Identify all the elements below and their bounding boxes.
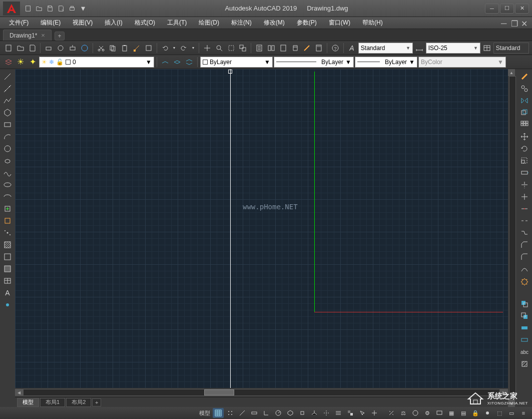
print-icon[interactable] [67, 4, 77, 14]
draworder-under-icon[interactable] [518, 334, 530, 345]
draworder-above-icon[interactable] [518, 322, 530, 333]
menu-format[interactable]: 格式(O) [129, 18, 161, 29]
color-dropdown[interactable]: ByLayer ▼ [200, 57, 273, 68]
menu-edit[interactable]: 编辑(E) [35, 18, 67, 29]
match-prop-icon[interactable] [131, 43, 142, 54]
qat-more-icon[interactable]: ▾ [78, 4, 88, 14]
add-selected-icon[interactable] [2, 299, 14, 310]
h-scroll-thumb[interactable] [204, 389, 234, 395]
save-file-icon[interactable] [27, 43, 38, 54]
trim-icon[interactable] [518, 179, 530, 190]
ellipse-arc-icon[interactable] [2, 191, 14, 202]
point-icon[interactable] [2, 227, 14, 238]
hatch-back-icon[interactable] [518, 358, 530, 369]
linetype-dropdown[interactable]: ByLayer ▼ [274, 57, 354, 68]
ellipse-icon[interactable] [2, 179, 14, 190]
plotstyle-dropdown[interactable]: ByColor ▼ [418, 57, 506, 68]
menu-window[interactable]: 窗口(W) [323, 18, 356, 29]
status-isolate-icon[interactable] [482, 408, 493, 418]
status-quickprops-icon[interactable]: ▤ [458, 408, 469, 418]
scale-icon[interactable] [518, 155, 530, 166]
zoom-window-icon[interactable] [226, 43, 237, 54]
layout-tab-1[interactable]: 布局1 [40, 398, 65, 407]
menu-help[interactable]: 帮助(H) [356, 18, 389, 29]
status-units-icon[interactable]: ▦ [446, 408, 457, 418]
blend-icon[interactable] [518, 263, 530, 274]
layer-state-icon[interactable] [184, 57, 195, 68]
status-transparency-icon[interactable] [345, 408, 356, 418]
close-button[interactable]: ✕ [515, 4, 529, 14]
status-autoscale-icon[interactable] [410, 408, 421, 418]
plot-preview-icon[interactable] [55, 43, 66, 54]
status-hardware-icon[interactable]: ⬚ [494, 408, 505, 418]
circle-icon[interactable] [2, 143, 14, 154]
status-3dosnap-icon[interactable] [309, 408, 320, 418]
status-monitor-icon[interactable] [434, 408, 445, 418]
new-icon[interactable] [23, 4, 33, 14]
new-file-tab[interactable]: + [55, 32, 65, 41]
layer-previous-icon[interactable] [172, 57, 183, 68]
status-polar-icon[interactable] [273, 408, 284, 418]
layout-add-button[interactable]: + [92, 398, 101, 406]
h-scrollbar[interactable]: ◀ ▶ [15, 388, 508, 397]
layer-states-icon[interactable]: ☀ [15, 57, 26, 68]
menu-view[interactable]: 视图(V) [67, 18, 99, 29]
menu-draw[interactable]: 绘图(D) [193, 18, 225, 29]
paste-icon[interactable] [119, 43, 130, 54]
lineweight-dropdown[interactable]: ByLayer ▼ [355, 57, 417, 68]
status-customize-icon[interactable]: ≡ [518, 408, 529, 418]
status-osnap-icon[interactable] [297, 408, 308, 418]
status-workspace-icon[interactable]: ⚙ [422, 408, 433, 418]
saveas-icon[interactable] [56, 4, 66, 14]
doc-minimize-icon[interactable]: ─ [501, 19, 509, 27]
offset-icon[interactable] [518, 107, 530, 118]
layer-isolate-icon[interactable]: ✦ [27, 57, 38, 68]
undo-dropdown-icon[interactable]: ▾ [172, 43, 178, 54]
design-center-icon[interactable] [266, 43, 277, 54]
scroll-up-icon[interactable]: ▲ [508, 69, 515, 76]
block-editor-icon[interactable] [143, 43, 154, 54]
chamfer-icon[interactable] [518, 239, 530, 250]
text-style-dropdown[interactable]: Standard▼ [358, 43, 413, 54]
text-front-icon[interactable]: abc [518, 346, 530, 357]
revision-cloud-icon[interactable] [2, 155, 14, 166]
redo-dropdown-icon[interactable]: ▾ [190, 43, 196, 54]
text-style-icon[interactable]: A [346, 43, 357, 54]
layer-properties-icon[interactable] [3, 57, 14, 68]
file-tab-active[interactable]: Drawing1* × [3, 30, 52, 41]
menu-insert[interactable]: 插入(I) [99, 18, 128, 29]
hatch-icon[interactable] [2, 239, 14, 250]
layer-match-icon[interactable] [160, 57, 171, 68]
drawing-canvas[interactable]: www.pHome.NET [15, 69, 508, 388]
doc-close-icon[interactable]: ✕ [521, 19, 529, 27]
copy-object-icon[interactable] [518, 83, 530, 94]
sheet-set-icon[interactable] [290, 43, 301, 54]
gradient-icon[interactable] [2, 251, 14, 262]
copy-icon[interactable] [107, 43, 118, 54]
layout-tab-model[interactable]: 模型 [17, 398, 39, 407]
v-scrollbar[interactable]: ▲ ▼ [508, 69, 517, 407]
zoom-previous-icon[interactable] [238, 43, 249, 54]
region-icon[interactable] [2, 263, 14, 274]
status-otrack-icon[interactable] [321, 408, 332, 418]
maximize-button[interactable]: ☐ [500, 4, 514, 14]
open-icon[interactable] [34, 4, 44, 14]
line-icon[interactable] [2, 71, 14, 82]
erase-icon[interactable] [518, 71, 530, 82]
layer-dropdown[interactable]: ☀❄ 🔓 0 ▼ [39, 57, 154, 68]
doc-restore-icon[interactable]: ❐ [511, 19, 519, 27]
draworder-back-icon[interactable] [518, 310, 530, 321]
construction-line-icon[interactable] [2, 83, 14, 94]
3ddwf-icon[interactable] [79, 43, 90, 54]
redo-icon[interactable] [178, 43, 189, 54]
mtext-icon[interactable]: A [2, 287, 14, 298]
status-iso-icon[interactable] [285, 408, 296, 418]
explode-icon[interactable] [518, 275, 530, 286]
status-grid-icon[interactable] [213, 408, 224, 418]
status-annoscale-icon[interactable] [386, 408, 397, 418]
draworder-icon[interactable] [518, 298, 530, 309]
status-lwt-icon[interactable] [333, 408, 344, 418]
status-annovisibility-icon[interactable]: ⚖ [398, 408, 409, 418]
rectangle-icon[interactable] [2, 119, 14, 130]
plot-icon[interactable] [43, 43, 54, 54]
